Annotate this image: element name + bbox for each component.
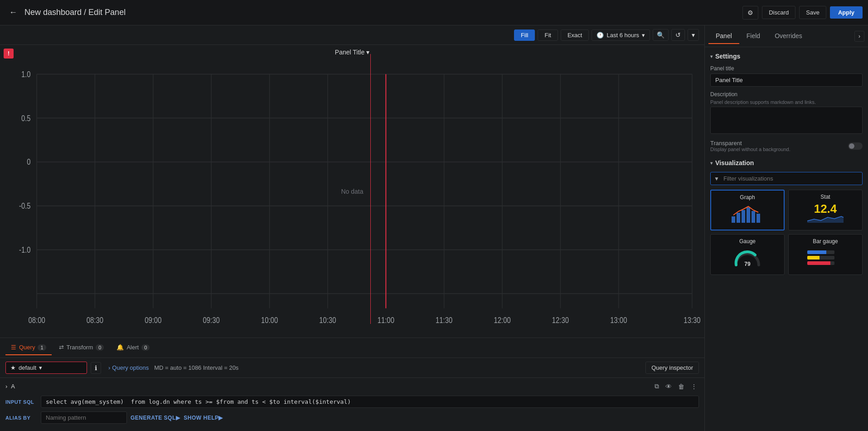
query-icon: ☰ (11, 344, 16, 351)
zoom-button[interactable]: 🔍 (653, 29, 669, 41)
svg-text:12:00: 12:00 (494, 315, 510, 324)
transparent-toggle[interactable] (848, 142, 863, 150)
fill-button[interactable]: Fill (514, 29, 535, 41)
transform-icon: ⇄ (59, 344, 64, 351)
alert-count-badge: 0 (141, 344, 150, 351)
page-title: New dashboard / Edit Panel (24, 8, 739, 17)
generate-sql-button[interactable]: GENERATE SQL▶ (131, 415, 180, 421)
delete-query-button[interactable]: 🗑 (676, 382, 686, 391)
description-textarea[interactable] (710, 107, 863, 134)
show-help-button[interactable]: SHOW HELP▶ (184, 415, 223, 421)
panel-title-input[interactable] (710, 73, 863, 87)
warning-icon: ! (4, 49, 14, 59)
query-tab-label: Query (19, 344, 35, 351)
svg-text:13:30: 13:30 (684, 315, 700, 324)
svg-rect-38 (747, 207, 750, 223)
description-field: Description Panel description supports m… (710, 91, 863, 135)
description-hint: Panel description supports markdown and … (710, 99, 863, 105)
toggle-visibility-button[interactable]: 👁 (664, 382, 674, 391)
viz-grid: Graph (710, 190, 863, 275)
viz-stat-preview: 12.4 (792, 202, 858, 225)
collapse-right-panel-button[interactable]: › (854, 31, 864, 42)
right-tabs: Panel Field Overrides › (705, 25, 868, 47)
svg-text:12:30: 12:30 (552, 315, 569, 324)
settings-section-header[interactable]: ▾ Settings (710, 53, 863, 60)
viz-card-stat[interactable]: Stat 12.4 (788, 190, 863, 230)
panel-title-chevron: ▾ (366, 49, 369, 56)
viz-gauge-title: Gauge (739, 238, 756, 245)
refresh-button[interactable]: ↺ (671, 29, 685, 41)
more-query-button[interactable]: ⋮ (689, 382, 699, 391)
svg-text:08:00: 08:00 (28, 315, 45, 324)
viz-stat-title: Stat (820, 194, 830, 200)
viz-chevron-icon: ▾ (710, 161, 713, 166)
graph-preview-svg (729, 204, 766, 224)
query-tabs: ☰ Query 1 ⇄ Transform 0 🔔 Alert 0 (0, 338, 704, 358)
datasource-name: default (19, 364, 36, 371)
svg-text:11:30: 11:30 (436, 315, 452, 324)
alert-tab-label: Alert (126, 344, 139, 351)
svg-text:10:30: 10:30 (319, 315, 336, 324)
query-options-btn[interactable]: › Query options (108, 364, 149, 371)
viz-card-bargauge[interactable]: Bar gauge (788, 234, 863, 275)
clock-icon: 🕐 (596, 32, 604, 39)
viz-gauge-preview: 79 (714, 246, 781, 269)
visualization-section-header[interactable]: ▾ Visualization (710, 159, 863, 167)
tab-field[interactable]: Field (739, 29, 767, 44)
datasource-chevron-icon: ▾ (39, 364, 42, 371)
query-a-section: › A ⧉ 👁 🗑 ⋮ INPUT SQL ALIAS BY (0, 378, 704, 431)
back-button[interactable]: ← (5, 6, 21, 19)
query-meta: MD = auto = 1086 Interval = 20s (154, 364, 238, 371)
time-range-picker[interactable]: 🕐 Last 6 hours ▾ (592, 29, 650, 41)
query-a-header: › A ⧉ 👁 🗑 ⋮ (5, 382, 699, 391)
query-options-label: Query options (112, 364, 149, 371)
tab-query[interactable]: ☰ Query 1 (5, 340, 52, 355)
svg-rect-39 (752, 211, 755, 223)
svg-text:79: 79 (744, 261, 751, 267)
chart-area: ! Panel Title ▾ No data (0, 45, 704, 338)
query-a-label: A (11, 383, 15, 390)
sql-input[interactable] (41, 396, 699, 408)
panel-title-bar[interactable]: Panel Title ▾ (335, 49, 369, 56)
stat-value: 12.4 (807, 203, 844, 215)
svg-text:-1.0: -1.0 (19, 245, 31, 255)
svg-text:08:30: 08:30 (87, 315, 103, 324)
alert-icon: 🔔 (116, 344, 124, 351)
query-a-collapse-icon[interactable]: › (5, 383, 7, 390)
save-button[interactable]: Save (799, 6, 826, 19)
svg-rect-37 (742, 210, 745, 223)
settings-chevron-icon: ▾ (710, 54, 713, 59)
discard-button[interactable]: Discard (762, 6, 795, 19)
settings-button[interactable]: ⚙ (742, 6, 758, 20)
star-icon: ★ (10, 364, 16, 371)
tab-transform[interactable]: ⇄ Transform 0 (53, 340, 110, 355)
transform-count-badge: 0 (96, 344, 104, 351)
viz-bargauge-preview (792, 246, 858, 269)
datasource-selector[interactable]: ★ default ▾ (5, 362, 87, 374)
right-panel: Panel Field Overrides › ▾ Settings Panel… (705, 25, 868, 431)
transform-tab-label: Transform (67, 344, 93, 351)
more-button[interactable]: ▾ (688, 29, 699, 41)
viz-card-gauge[interactable]: Gauge 79 (710, 234, 785, 275)
time-chevron-icon: ▾ (642, 32, 645, 39)
exact-button[interactable]: Exact (561, 29, 589, 41)
datasource-info-button[interactable]: ℹ (91, 362, 101, 374)
svg-text:10:00: 10:00 (261, 315, 278, 324)
query-inspector-button[interactable]: Query inspector (645, 362, 699, 374)
tab-panel[interactable]: Panel (708, 29, 739, 44)
tab-alert[interactable]: 🔔 Alert 0 (111, 340, 155, 355)
visualization-section: ▾ Visualization ▼ Graph (710, 159, 863, 275)
fit-button[interactable]: Fit (538, 29, 558, 41)
time-range-label: Last 6 hours (606, 32, 639, 39)
copy-query-button[interactable]: ⧉ (653, 382, 661, 391)
svg-rect-40 (756, 214, 760, 223)
viz-card-graph[interactable]: Graph (710, 190, 785, 230)
sql-label: INPUT SQL (5, 399, 37, 405)
alias-input[interactable] (41, 411, 127, 424)
apply-button[interactable]: Apply (830, 6, 863, 19)
svg-text:1.0: 1.0 (21, 70, 31, 79)
viz-filter-input[interactable] (710, 172, 863, 185)
tab-overrides[interactable]: Overrides (767, 29, 810, 44)
datasource-row: ★ default ▾ ℹ › Query options MD = auto … (0, 358, 704, 378)
visualization-label: Visualization (715, 159, 754, 167)
